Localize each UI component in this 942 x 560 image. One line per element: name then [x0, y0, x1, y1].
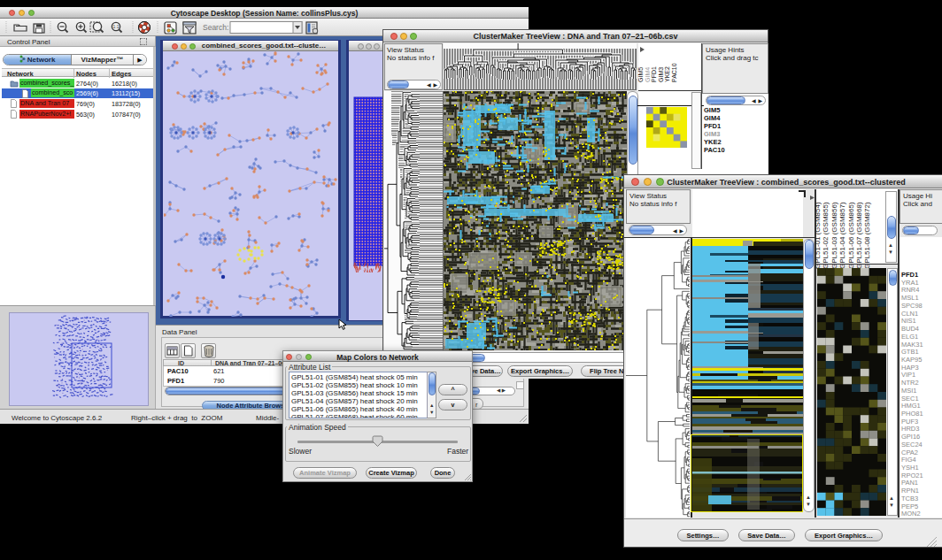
svg-text:1:1: 1:1 — [113, 24, 120, 29]
svg-text:Search:: Search: — [203, 23, 228, 32]
